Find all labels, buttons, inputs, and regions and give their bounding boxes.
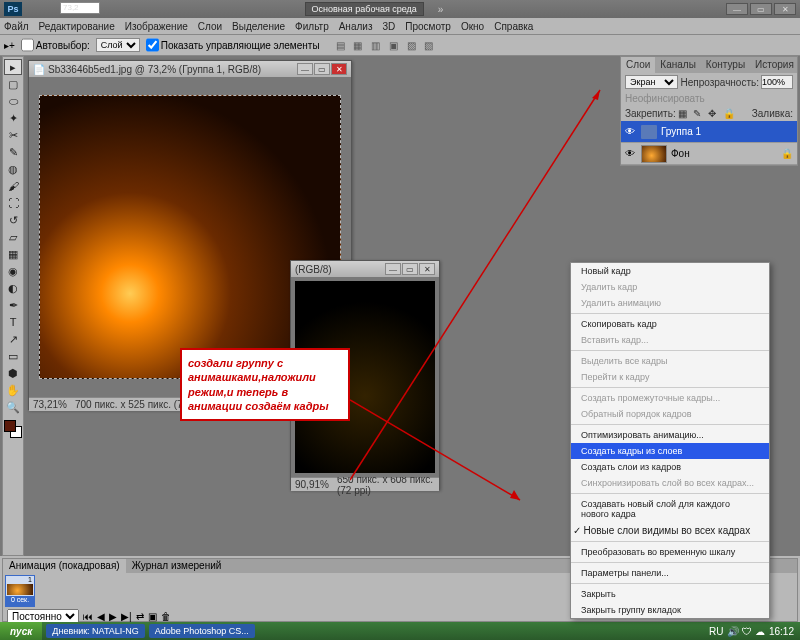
blur-tool[interactable]: ◉ <box>4 263 22 279</box>
doc1-zoom[interactable]: 73,21% <box>33 399 67 410</box>
path-tool[interactable]: ↗ <box>4 331 22 347</box>
menu-select[interactable]: Выделение <box>232 21 285 32</box>
lock-icons[interactable]: ▦ ✎ ✥ 🔒 <box>678 108 737 119</box>
layer-background[interactable]: 👁 Фон 🔒 <box>621 143 797 165</box>
move-tool-icon: ▸+ <box>4 40 15 51</box>
autoselect-checkbox[interactable]: Автовыбор: <box>21 38 90 52</box>
mi-new-frame[interactable]: Новый кадр <box>571 263 769 279</box>
task-diary[interactable]: Дневник: NATALI-NG <box>46 624 144 638</box>
tab-history[interactable]: История <box>750 57 799 73</box>
close-button[interactable]: ✕ <box>774 3 796 15</box>
menu-3d[interactable]: 3D <box>382 21 395 32</box>
tab-layers[interactable]: Слои <box>621 57 655 73</box>
menu-help[interactable]: Справка <box>494 21 533 32</box>
mi-layers-from-frames[interactable]: Создать слои из кадров <box>571 459 769 475</box>
panel-tabs: Слои Каналы Контуры История Операции <box>621 57 797 73</box>
minimize-button[interactable]: — <box>726 3 748 15</box>
menu-image[interactable]: Изображение <box>125 21 188 32</box>
mi-panel-options[interactable]: Параметры панели... <box>571 565 769 581</box>
tab-animation[interactable]: Анимация (покадровая) <box>3 559 126 573</box>
doc2-titlebar[interactable]: (RGB/8) — ▭ ✕ <box>291 261 439 277</box>
visibility-icon[interactable]: 👁 <box>625 148 637 159</box>
start-button[interactable]: пуск <box>0 622 42 640</box>
menu-filter[interactable]: Фильтр <box>295 21 329 32</box>
tray-icons[interactable]: 🔊 🛡 ☁ <box>727 626 765 637</box>
doc1-max[interactable]: ▭ <box>314 63 330 75</box>
taskbar: пуск Дневник: NATALI-NG Adobe Photoshop … <box>0 622 800 640</box>
task-photoshop[interactable]: Adobe Photoshop CS... <box>149 624 255 638</box>
crop-tool[interactable]: ✂ <box>4 127 22 143</box>
mi-close-group[interactable]: Закрыть группу вкладок <box>571 602 769 618</box>
doc1-close[interactable]: ✕ <box>331 63 347 75</box>
doc2-zoom[interactable]: 90,91% <box>295 479 329 490</box>
blend-mode-select[interactable]: Экран <box>625 75 678 89</box>
color-swatches[interactable] <box>4 420 22 438</box>
stamp-tool[interactable]: ⛶ <box>4 195 22 211</box>
menu-file[interactable]: Файл <box>4 21 29 32</box>
showcontrols-checkbox[interactable]: Показать управляющие элементы <box>146 38 320 52</box>
doc2-max[interactable]: ▭ <box>402 263 418 275</box>
zoom-tool[interactable]: 🔍 <box>4 399 22 415</box>
layer-group-1[interactable]: 👁 Группа 1 <box>621 121 797 143</box>
marquee-tool[interactable]: ▢ <box>4 76 22 92</box>
system-tray[interactable]: RU 🔊 🛡 ☁ 16:12 <box>703 626 800 637</box>
layer-name[interactable]: Фон <box>671 148 690 159</box>
mi-close[interactable]: Закрыть <box>571 586 769 602</box>
doc1-titlebar[interactable]: 📄 Sb33646b5ed1.jpg @ 73,2% (Группа 1, RG… <box>29 61 351 77</box>
mi-frames-from-layers[interactable]: Создать кадры из слоев <box>571 443 769 459</box>
menu-view[interactable]: Просмотр <box>405 21 451 32</box>
lock-icon: 🔒 <box>781 148 793 159</box>
delete-frame-button[interactable]: 🗑 <box>161 611 171 622</box>
autoselect-target[interactable]: Слой <box>96 38 140 52</box>
menu-layers[interactable]: Слои <box>198 21 222 32</box>
tween-button[interactable]: ⇄ <box>136 611 144 622</box>
tab-paths[interactable]: Контуры <box>701 57 750 73</box>
new-frame-button[interactable]: ▣ <box>148 611 157 622</box>
workspace-more-icon[interactable]: » <box>438 4 444 15</box>
workspace-switcher[interactable]: Основная рабочая среда <box>305 2 424 16</box>
mi-copy-frame[interactable]: Скопировать кадр <box>571 316 769 332</box>
menu-window[interactable]: Окно <box>461 21 484 32</box>
gradient-tool[interactable]: ▦ <box>4 246 22 262</box>
shape-tool[interactable]: ▭ <box>4 348 22 364</box>
opacity-input[interactable] <box>761 75 793 89</box>
history-brush-tool[interactable]: ↺ <box>4 212 22 228</box>
doc2-close[interactable]: ✕ <box>419 263 435 275</box>
tab-channels[interactable]: Каналы <box>655 57 701 73</box>
doc1-min[interactable]: — <box>297 63 313 75</box>
play-button[interactable]: ▶ <box>109 611 117 622</box>
tray-clock[interactable]: 16:12 <box>769 626 794 637</box>
next-frame-button[interactable]: ▶| <box>121 611 132 622</box>
mi-to-timeline[interactable]: Преобразовать во временную шкалу <box>571 544 769 560</box>
wand-tool[interactable]: ✦ <box>4 110 22 126</box>
eyedropper-tool[interactable]: ✎ <box>4 144 22 160</box>
3d-tool[interactable]: ⬢ <box>4 365 22 381</box>
type-tool[interactable]: T <box>4 314 22 330</box>
eraser-tool[interactable]: ▱ <box>4 229 22 245</box>
hand-tool[interactable]: ✋ <box>4 382 22 398</box>
frame-1[interactable]: 1 0 сек. <box>5 575 35 607</box>
tray-lang[interactable]: RU <box>709 626 723 637</box>
move-tool[interactable]: ▸ <box>4 59 22 75</box>
prev-frame-button[interactable]: ◀ <box>97 611 105 622</box>
menu-edit[interactable]: Редактирование <box>39 21 115 32</box>
heal-tool[interactable]: ◍ <box>4 161 22 177</box>
zoom-field[interactable]: 73,2 <box>60 2 100 14</box>
dodge-tool[interactable]: ◐ <box>4 280 22 296</box>
lasso-tool[interactable]: ⬭ <box>4 93 22 109</box>
tab-measurement-log[interactable]: Журнал измерений <box>126 559 228 573</box>
mi-optimize-anim[interactable]: Оптимизировать анимацию... <box>571 427 769 443</box>
mi-sync-all: Синхронизировать слой во всех кадрах... <box>571 475 769 491</box>
align-icons[interactable]: ▤ ▦ ▥ ▣ ▨ ▧ <box>336 40 437 51</box>
menu-analysis[interactable]: Анализ <box>339 21 373 32</box>
first-frame-button[interactable]: ⏮ <box>83 611 93 622</box>
layer-name[interactable]: Группа 1 <box>661 126 701 137</box>
mi-new-layer-per-frame[interactable]: Создавать новый слой для каждого нового … <box>571 496 769 522</box>
doc2-min[interactable]: — <box>385 263 401 275</box>
maximize-button[interactable]: ▭ <box>750 3 772 15</box>
brush-tool[interactable]: 🖌 <box>4 178 22 194</box>
visibility-icon[interactable]: 👁 <box>625 126 637 137</box>
mi-new-layers-visible[interactable]: ✓ Новые слои видимы во всех кадрах <box>571 522 769 539</box>
pen-tool[interactable]: ✒ <box>4 297 22 313</box>
frame-duration[interactable]: 0 сек. <box>6 596 34 606</box>
